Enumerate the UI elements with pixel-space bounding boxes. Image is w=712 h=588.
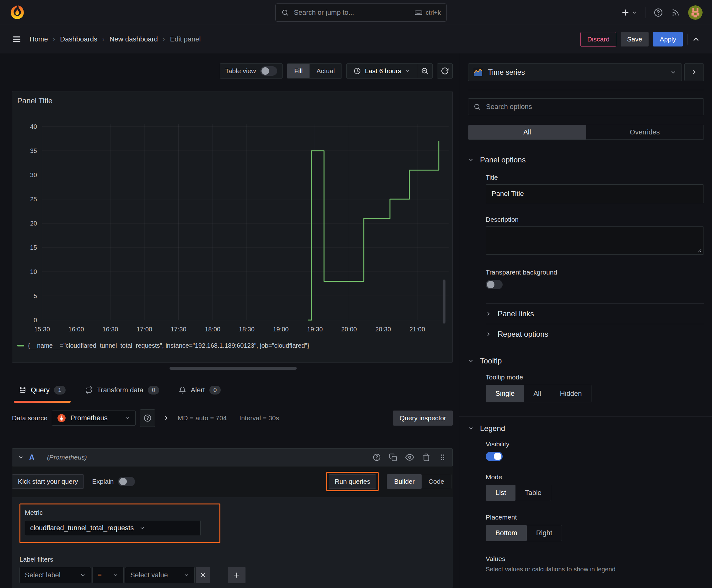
refresh-control [437, 63, 453, 79]
panel-description-textarea[interactable] [486, 227, 704, 254]
refresh-button[interactable] [437, 64, 452, 78]
tab-alert[interactable]: Alert 0 [173, 377, 226, 403]
legend-table-option[interactable]: Table [516, 485, 551, 501]
collapse-options-pane-button[interactable] [684, 63, 704, 81]
horizontal-scrollbar-thumb[interactable] [170, 367, 297, 370]
chevron-right-icon [486, 331, 491, 337]
tab-overrides[interactable]: Overrides [586, 125, 704, 140]
delete-query-icon[interactable] [422, 453, 430, 461]
panel-title-input[interactable] [486, 184, 704, 203]
drag-handle-icon[interactable] [438, 453, 447, 461]
zoom-out-time-button[interactable] [417, 64, 432, 78]
metric-label: Metric [25, 509, 214, 517]
table-view-toggle[interactable] [260, 66, 277, 76]
legend-mode-label: Mode [486, 474, 704, 481]
title-field-label: Title [486, 174, 704, 181]
svg-text:16:30: 16:30 [102, 326, 118, 333]
collapse-header-icon[interactable] [692, 35, 700, 43]
metric-select[interactable]: cloudflared_tunnel_total_requests [25, 520, 201, 536]
tooltip-hidden-option[interactable]: Hidden [551, 385, 591, 402]
timeseries-chart[interactable]: 15:3016:0016:3017:0017:3018:0018:3019:00… [12, 91, 453, 362]
vertical-scrollbar-thumb[interactable] [443, 279, 446, 323]
datasource-picker[interactable]: Prometheus [52, 411, 136, 426]
operator-dropdown[interactable]: = [92, 567, 124, 583]
breadcrumb-new-dashboard[interactable]: New dashboard [110, 35, 158, 43]
query-builder-body: Metric cloudflared_tunnel_total_requests… [12, 497, 453, 588]
breadcrumb-dashboards[interactable]: Dashboards [60, 35, 97, 43]
fill-option[interactable]: Fill [287, 64, 309, 78]
panel-links-section-header[interactable]: Panel links [486, 304, 704, 324]
svg-text:35: 35 [30, 147, 37, 154]
code-option[interactable]: Code [422, 474, 451, 489]
label-filters-label: Label filters [19, 555, 445, 563]
tab-all-options[interactable]: All [468, 125, 586, 140]
datasource-help-button[interactable] [140, 409, 155, 427]
query-toolbar: Kick start your query Explain Run querie… [12, 472, 453, 491]
tab-transform-data[interactable]: Transform data 0 [80, 377, 165, 403]
add-menu-button[interactable] [621, 8, 637, 17]
question-circle-icon[interactable] [373, 453, 381, 461]
builder-option[interactable]: Builder [387, 474, 421, 489]
resize-handle-icon[interactable] [697, 248, 702, 253]
discard-button[interactable]: Discard [580, 32, 616, 46]
add-filter-button[interactable] [228, 567, 245, 583]
legend-bottom-option[interactable]: Bottom [486, 525, 527, 541]
bell-icon [179, 386, 186, 394]
legend-list-option[interactable]: List [486, 485, 516, 501]
global-search[interactable]: ctrl+k [275, 3, 447, 22]
search-shortcut: ctrl+k [414, 8, 441, 17]
panel-options-section-header[interactable]: Panel options [468, 155, 704, 164]
options-search-input[interactable] [486, 102, 698, 111]
fill-actual-switch: Fill Actual [287, 63, 342, 79]
svg-text:17:00: 17:00 [136, 326, 152, 333]
apply-button[interactable]: Apply [653, 32, 683, 46]
question-circle-icon [144, 414, 152, 422]
database-icon [19, 386, 26, 394]
chart-legend-item[interactable]: {__name__="cloudflared_tunnel_total_requ… [17, 342, 309, 349]
svg-text:20:00: 20:00 [341, 326, 357, 333]
chevron-down-icon [468, 426, 474, 431]
help-icon[interactable] [654, 8, 663, 17]
tooltip-all-option[interactable]: All [524, 385, 550, 402]
tooltip-section-header[interactable]: Tooltip [468, 357, 704, 365]
run-queries-button[interactable]: Run queries [329, 474, 376, 489]
svg-text:17:30: 17:30 [171, 326, 187, 333]
legend-right-option[interactable]: Right [527, 525, 562, 541]
alert-count-badge: 0 [209, 386, 221, 395]
query-row-header[interactable]: A (Prometheus) [12, 448, 453, 466]
toggle-visibility-icon[interactable] [405, 453, 414, 462]
grafana-logo[interactable] [9, 5, 25, 20]
actual-option[interactable]: Actual [309, 64, 342, 78]
breadcrumb-home[interactable]: Home [29, 35, 48, 43]
kick-start-query-button[interactable]: Kick start your query [12, 474, 84, 489]
tooltip-single-option[interactable]: Single [486, 385, 524, 402]
divider [459, 416, 712, 417]
global-search-input[interactable] [293, 8, 410, 17]
select-value-placeholder: Select value [130, 571, 168, 579]
query-inspector-button[interactable]: Query inspector [393, 411, 453, 426]
panel-links-label: Panel links [498, 309, 534, 318]
plus-icon [233, 572, 240, 579]
legend-section-header[interactable]: Legend [468, 424, 704, 433]
datasource-label: Data source [12, 414, 47, 422]
legend-visibility-toggle[interactable] [486, 452, 503, 461]
time-range-picker[interactable]: Last 6 hours [347, 64, 417, 78]
breadcrumb-separator: › [163, 36, 165, 43]
mega-menu-icon[interactable] [12, 35, 21, 44]
duplicate-query-icon[interactable] [389, 453, 397, 461]
chevron-down-icon [113, 572, 118, 578]
save-button[interactable]: Save [621, 32, 649, 46]
select-value-dropdown[interactable]: Select value [125, 567, 195, 583]
tab-query[interactable]: Query 1 [13, 377, 71, 403]
remove-filter-button[interactable] [196, 567, 210, 583]
select-label-dropdown[interactable]: Select label [19, 567, 91, 583]
repeat-options-section-header[interactable]: Repeat options [486, 324, 704, 344]
news-rss-icon[interactable] [671, 8, 680, 17]
explain-toggle[interactable] [118, 477, 135, 486]
options-search[interactable] [468, 98, 704, 115]
expand-query-options-icon[interactable] [163, 415, 170, 421]
user-avatar[interactable] [688, 5, 703, 20]
transparent-background-toggle[interactable] [486, 280, 503, 289]
visualization-picker[interactable]: Time series [468, 63, 682, 81]
svg-text:40: 40 [30, 123, 37, 130]
